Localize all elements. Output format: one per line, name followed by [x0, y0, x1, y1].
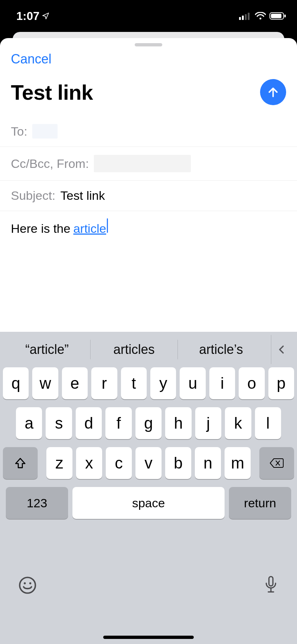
home-indicator[interactable] [103, 636, 194, 639]
key-row-2: a s d f g h j k l [3, 407, 294, 439]
key-u[interactable]: u [180, 367, 205, 399]
svg-rect-3 [248, 13, 250, 20]
cancel-button[interactable]: Cancel [11, 51, 51, 67]
to-label: To: [11, 124, 27, 139]
chevron-left-icon[interactable] [276, 343, 286, 356]
numbers-key[interactable]: 123 [6, 487, 68, 519]
key-w[interactable]: w [32, 367, 58, 399]
svg-point-9 [24, 582, 26, 584]
key-k[interactable]: k [225, 407, 251, 439]
suggestion-bar: “article” articles article’s [0, 332, 297, 367]
key-n[interactable]: n [195, 447, 221, 479]
shift-key[interactable] [3, 447, 38, 479]
key-y[interactable]: y [150, 367, 176, 399]
key-j[interactable]: j [195, 407, 221, 439]
svg-point-8 [20, 577, 35, 593]
compose-title: Test link [11, 80, 93, 104]
key-x[interactable]: x [76, 447, 102, 479]
key-a[interactable]: a [16, 407, 42, 439]
key-e[interactable]: e [62, 367, 88, 399]
suggestion-1[interactable]: “article” [4, 339, 90, 360]
ccbcc-from-field[interactable]: Cc/Bcc, From: [0, 147, 297, 181]
return-key[interactable]: return [229, 487, 291, 519]
svg-point-4 [259, 17, 261, 19]
svg-rect-6 [271, 14, 281, 18]
send-button[interactable] [260, 79, 286, 105]
battery-icon [269, 12, 286, 20]
svg-rect-0 [239, 17, 241, 20]
key-l[interactable]: l [255, 407, 281, 439]
to-value-redacted [32, 124, 58, 139]
emoji-key[interactable] [18, 576, 37, 595]
message-body[interactable]: Here is the article [0, 211, 297, 245]
status-bar: 1:07 [0, 0, 297, 32]
key-o[interactable]: o [239, 367, 264, 399]
from-value-redacted [94, 155, 191, 172]
statusbar-time: 1:07 [16, 9, 39, 23]
sheet-grabber[interactable] [135, 43, 162, 46]
key-g[interactable]: g [135, 407, 162, 439]
key-p[interactable]: p [268, 367, 294, 399]
svg-rect-7 [284, 15, 286, 17]
wifi-icon [255, 12, 266, 20]
key-z[interactable]: z [46, 447, 72, 479]
text-cursor [107, 218, 108, 233]
svg-point-10 [29, 582, 32, 584]
key-h[interactable]: h [165, 407, 191, 439]
key-v[interactable]: v [135, 447, 162, 479]
key-row-4: 123 space return [3, 487, 294, 519]
space-key[interactable]: space [72, 487, 225, 519]
body-text: Here is the [11, 220, 70, 238]
divider [271, 335, 271, 364]
backspace-key[interactable] [259, 447, 294, 479]
key-row-3: z x c v b n m [3, 447, 294, 479]
backspace-icon [269, 458, 284, 468]
suggestion-2[interactable]: articles [91, 339, 177, 360]
shift-icon [14, 457, 26, 469]
key-i[interactable]: i [209, 367, 235, 399]
subject-label: Subject: [11, 189, 55, 203]
svg-rect-1 [242, 16, 244, 20]
key-d[interactable]: d [76, 407, 102, 439]
ccbcc-label: Cc/Bcc, From: [11, 157, 89, 171]
location-icon [42, 12, 50, 20]
body-link[interactable]: article [73, 220, 106, 238]
to-field[interactable]: To: [0, 116, 297, 147]
svg-rect-11 [269, 577, 273, 586]
subject-value: Test link [60, 189, 105, 203]
key-t[interactable]: t [121, 367, 147, 399]
key-f[interactable]: f [105, 407, 131, 439]
key-b[interactable]: b [165, 447, 191, 479]
dictation-key[interactable] [263, 575, 279, 595]
key-m[interactable]: m [225, 447, 251, 479]
key-row-1: q w e r t y u i o p [3, 367, 294, 399]
key-q[interactable]: q [3, 367, 29, 399]
cellular-signal-icon [239, 12, 251, 20]
key-r[interactable]: r [91, 367, 117, 399]
keyboard: “article” articles article’s q w e r t y… [0, 332, 297, 644]
arrow-up-icon [267, 86, 280, 99]
svg-rect-2 [245, 14, 247, 20]
key-c[interactable]: c [106, 447, 132, 479]
suggestion-3[interactable]: article’s [178, 339, 264, 360]
key-s[interactable]: s [46, 407, 72, 439]
subject-field[interactable]: Subject: Test link [0, 181, 297, 211]
